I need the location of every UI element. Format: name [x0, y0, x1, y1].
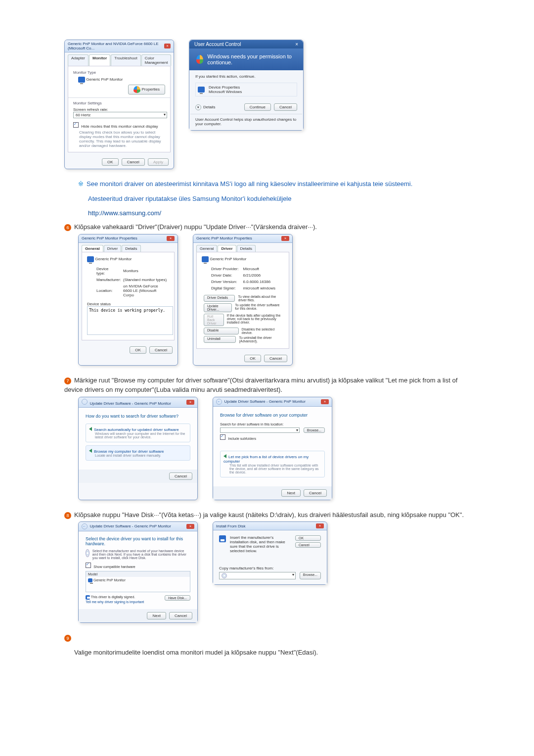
tab-troubleshoot[interactable]: Troubleshoot — [111, 54, 140, 66]
digital-signer-label: Digital Signer: — [211, 285, 242, 291]
asterisk-icon: ※ — [78, 180, 84, 188]
select-driver-dialog: ← Update Driver Software - Generic PnP M… — [78, 521, 198, 623]
pick-from-list-option[interactable]: Let me pick from a list of device driver… — [220, 451, 325, 477]
copy-from-combo[interactable] — [219, 572, 296, 579]
close-icon[interactable]: × — [316, 523, 324, 528]
ok-button[interactable]: OK — [295, 535, 321, 541]
tab-strip: General Driver Details — [79, 243, 178, 252]
close-icon[interactable]: × — [295, 42, 298, 47]
rollback-driver-button[interactable]: Roll Back Driver — [204, 314, 224, 326]
search-auto-option[interactable]: Search automatically for updated driver … — [86, 424, 190, 442]
driver-details-button[interactable]: Driver Details — [204, 295, 235, 302]
cancel-button[interactable]: Cancel — [304, 489, 327, 497]
ok-button[interactable]: OK — [244, 355, 261, 362]
device-type-value: Monitors — [123, 266, 168, 276]
tab-monitor[interactable]: Monitor — [89, 54, 110, 66]
device-name-value: Generic PnP Monitor — [95, 257, 132, 261]
search-auto-label: Search automatically for updated driver … — [94, 427, 179, 432]
dialog-body: Generic PnP Monitor Device type:Monitors… — [82, 252, 175, 340]
next-button[interactable]: Next — [281, 489, 300, 497]
tab-details[interactable]: Details — [237, 245, 256, 252]
cancel-button[interactable]: Cancel — [122, 158, 145, 166]
close-icon[interactable]: × — [186, 524, 194, 529]
uac-dialog: User Account Control × Windows needs you… — [189, 40, 304, 131]
browse-computer-label: Browse my computer for driver software — [94, 449, 164, 454]
tab-color-management[interactable]: Color Management — [141, 54, 172, 66]
browse-computer-option[interactable]: Browse my computer for driver software L… — [86, 445, 190, 461]
update-driver-desc: To update the driver software for this d… — [235, 303, 284, 312]
select-driver-heading: Select the device driver you want to ins… — [86, 536, 190, 546]
cancel-button[interactable]: Cancel — [169, 472, 192, 480]
back-icon[interactable]: ← — [82, 523, 88, 529]
tab-general[interactable]: General — [196, 245, 217, 252]
pick-from-list-desc: This list will show installed driver sof… — [229, 464, 321, 474]
note-block: ※See monitori draiver on atesteerimist k… — [78, 179, 470, 217]
continue-button[interactable]: Continue — [244, 103, 271, 111]
dialog-title: Generic PnP Monitor Properties — [196, 236, 252, 240]
browse-button[interactable]: Browse... — [304, 427, 325, 433]
next-button[interactable]: Next — [147, 612, 166, 619]
details-button[interactable]: Details — [203, 105, 215, 109]
screenshot-row-4: ← Update Driver Software - Generic PnP M… — [78, 521, 470, 623]
ok-button[interactable]: OK — [130, 346, 146, 354]
ok-button[interactable]: OK — [102, 158, 119, 166]
disable-button[interactable]: Disable — [204, 328, 239, 334]
close-icon[interactable]: × — [167, 236, 175, 241]
refresh-rate-select[interactable]: 60 Hertz — [73, 112, 167, 118]
tab-driver[interactable]: Driver — [104, 245, 121, 252]
cancel-button[interactable]: Cancel — [295, 542, 321, 548]
search-location-label: Search for driver software in this locat… — [220, 423, 325, 426]
close-icon[interactable]: × — [281, 236, 289, 241]
uninstall-button[interactable]: Uninstall — [204, 336, 236, 343]
location-label: Location: — [96, 284, 122, 298]
browse-button[interactable]: Browse... — [300, 572, 321, 579]
driver-provider-label: Driver Provider: — [211, 266, 242, 272]
why-signing-link[interactable]: Tell me why driver signing is important — [86, 600, 144, 604]
close-icon[interactable]: × — [186, 400, 194, 405]
browse-computer-desc: Locate and install driver software manua… — [95, 454, 187, 457]
back-icon[interactable] — [82, 399, 88, 405]
have-disk-button[interactable]: Have Disk... — [165, 595, 190, 601]
show-compatible-checkbox[interactable] — [86, 563, 91, 568]
tab-driver[interactable]: Driver — [218, 245, 236, 252]
uac-program-name: Device Properties — [209, 85, 242, 90]
tab-adapter[interactable]: Adapter — [68, 54, 89, 66]
cancel-button[interactable]: Cancel — [149, 346, 173, 354]
disable-desc: Disables the selected device. — [242, 328, 284, 334]
properties-button[interactable]: Properties — [128, 85, 165, 94]
copy-from-label: Copy manufacturer's files from: — [219, 566, 321, 570]
dialog-title: Update Driver Software - Generic PnP Mon… — [89, 524, 171, 528]
update-driver-button[interactable]: Update Driver... — [204, 303, 232, 312]
back-icon[interactable]: ← — [216, 399, 222, 405]
manufacturer-label: Manufacturer: — [96, 277, 122, 283]
driver-version-value: 6.0.6000.16386 — [243, 279, 276, 284]
device-name-value: Generic PnP Monitor — [210, 257, 246, 261]
cancel-button[interactable]: Cancel — [169, 612, 192, 619]
shield-icon — [134, 86, 140, 93]
floppy-icon — [219, 535, 226, 542]
close-icon[interactable]: × — [321, 399, 329, 404]
uninstall-desc: To uninstall the driver (Advanced). — [239, 336, 284, 343]
driver-date-value: 6/21/2006 — [243, 273, 276, 278]
device-status-box — [87, 306, 173, 335]
samsung-url-link[interactable]: http://www.samsung.com/ — [88, 209, 161, 217]
hide-modes-checkbox[interactable] — [73, 122, 79, 128]
tab-details[interactable]: Details — [122, 245, 140, 252]
cancel-button[interactable]: Cancel — [274, 103, 297, 111]
browse-heading: Browse for driver software on your compu… — [220, 413, 325, 418]
close-icon[interactable]: × — [164, 44, 171, 48]
include-subfolders-checkbox[interactable] — [220, 434, 225, 440]
step-number-badge: 7 — [64, 378, 71, 384]
location-combo[interactable] — [220, 427, 300, 433]
driver-provider-value: Microsoft — [243, 266, 276, 272]
pick-from-list-label: Let me pick from a list of device driver… — [223, 455, 309, 464]
chevron-down-icon[interactable]: ▾ — [195, 104, 201, 110]
driver-details-desc: To view details about the driver files. — [238, 295, 284, 302]
apply-button[interactable]: Apply — [148, 158, 169, 166]
install-disk-message: Insert the manufacturer's installation d… — [230, 535, 289, 553]
dialog-title: Generic PnP Monitor and NVIDIA GeForce 6… — [68, 42, 164, 50]
cancel-button[interactable]: Cancel — [264, 355, 287, 362]
hide-modes-description: Clearing this check box allows you to se… — [79, 130, 165, 148]
tab-general[interactable]: General — [82, 245, 103, 252]
model-list-item[interactable]: Generic PnP Monitor — [86, 577, 190, 584]
